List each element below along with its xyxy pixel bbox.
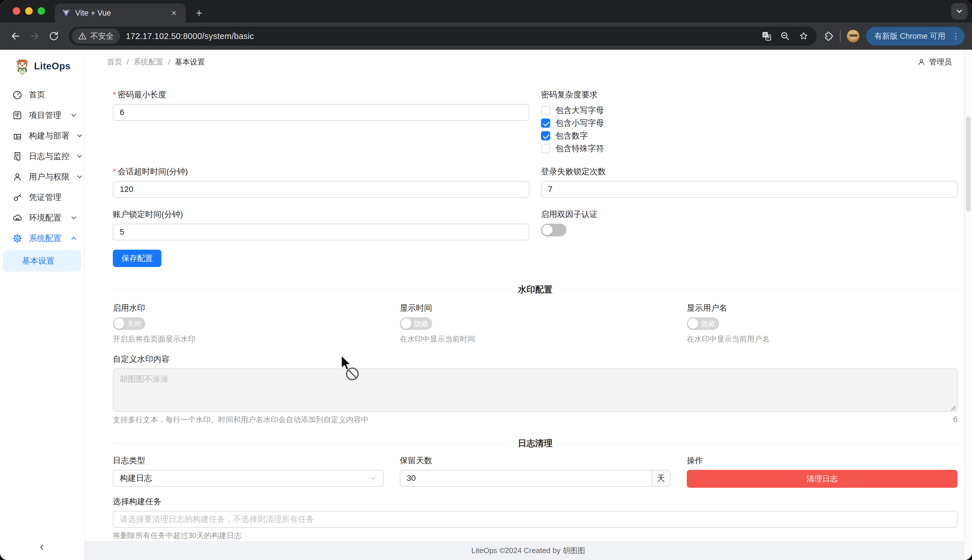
field-show-username: 显示用户名 隐藏 在水印中显示当前用户名 <box>687 303 957 344</box>
tab-close-icon[interactable] <box>169 8 179 18</box>
save-config-button[interactable]: 保存配置 <box>113 250 161 267</box>
field-two-factor: 启用双因子认证 <box>541 209 957 240</box>
window-close-button[interactable] <box>13 7 20 15</box>
section-title: 水印配置 <box>518 284 552 296</box>
sidebar-item-projects[interactable]: 项目管理 <box>0 105 84 125</box>
field-action: 操作 清理日志 <box>687 455 957 488</box>
sidebar-item-build-deploy[interactable]: 构建与部署 <box>0 125 84 146</box>
field-hint: 支持多行文本，每行一个水印。时间和用户名水印会自动添加到自定义内容中 <box>113 415 953 425</box>
zoom-icon[interactable] <box>780 31 790 41</box>
chevron-down-icon <box>76 153 83 160</box>
address-bar[interactable]: 不安全 172.17.102.50:8000/system/basic G <box>69 27 816 46</box>
field-retention-days: 保留天数 天 <box>400 455 671 488</box>
chevron-down-icon <box>70 112 77 119</box>
checkbox-option[interactable]: 包含大写字母 <box>541 104 957 117</box>
password-min-length-input[interactable] <box>113 104 529 121</box>
profile-avatar[interactable] <box>847 30 860 43</box>
vite-logo-icon <box>62 9 70 17</box>
chevron-down-icon <box>70 214 77 222</box>
menu-dots-icon[interactable] <box>950 32 961 41</box>
enable-watermark-toggle[interactable]: 关闭 <box>113 317 145 330</box>
new-tab-button[interactable] <box>193 8 205 19</box>
field-session-timeout: 会话超时时间(分钟) <box>113 167 529 198</box>
app-body: LiteOps 首页 项目管理 构建与部署 <box>0 50 972 560</box>
breadcrumb-current: 基本设置 <box>175 57 205 67</box>
breadcrumb-separator <box>168 58 170 67</box>
checkbox-option[interactable]: 包含小写字母 <box>541 117 957 130</box>
checkbox-special-chars[interactable] <box>541 144 550 153</box>
sidebar-collapse-button[interactable] <box>0 535 84 560</box>
custom-watermark-textarea[interactable] <box>113 368 957 412</box>
section-divider-log-cleanup: 日志清理 <box>113 437 957 449</box>
translate-icon[interactable]: G <box>762 31 771 41</box>
field-account-lock-time: 账户锁定时间(分钟) <box>113 209 529 240</box>
tab-search-button[interactable] <box>951 3 967 19</box>
sidebar-item-logs-monitoring[interactable]: 日志与监控 <box>0 146 84 167</box>
resize-handle-icon[interactable] <box>950 405 956 411</box>
user-icon <box>917 58 926 66</box>
field-label: 启用双因子认证 <box>541 209 957 220</box>
file-search-icon <box>12 151 23 162</box>
extensions-icon[interactable] <box>823 31 834 41</box>
breadcrumb: 首页 系统配置 基本设置 <box>107 57 917 67</box>
checkbox-uppercase[interactable] <box>541 106 550 115</box>
sidebar-item-environment[interactable]: 环境配置 <box>0 207 84 228</box>
sidebar-item-credentials[interactable]: 凭证管理 <box>0 187 84 207</box>
reload-icon <box>48 31 59 42</box>
window-minimize-button[interactable] <box>25 7 33 15</box>
show-time-toggle[interactable]: 隐藏 <box>400 317 432 330</box>
checkbox-lowercase[interactable] <box>541 118 550 128</box>
tab-title: Vite + Vue <box>75 9 164 18</box>
sidebar-subitem-basic-settings[interactable]: 基本设置 <box>3 250 81 272</box>
account-lock-time-input[interactable] <box>113 223 529 240</box>
user-menu[interactable]: 管理员 <box>917 57 952 67</box>
sidebar-item-home[interactable]: 首页 <box>0 84 84 105</box>
reload-button[interactable] <box>46 28 62 44</box>
scrollbar[interactable] <box>964 50 972 560</box>
chrome-update-button[interactable]: 有新版 Chrome 可用 <box>866 27 964 45</box>
checkbox-digits[interactable] <box>541 131 550 140</box>
browser-tab[interactable]: Vite + Vue <box>55 3 186 23</box>
page-footer: LiteOps ©2024 Created by 胡图图 <box>84 541 972 560</box>
app-logo: LiteOps <box>0 50 84 82</box>
window-maximize-button[interactable] <box>38 7 45 15</box>
show-username-toggle[interactable]: 隐藏 <box>687 317 719 330</box>
scrollbar-thumb[interactable] <box>966 116 970 212</box>
field-hint: 将删除所有任务中超过30天的构建日志 <box>113 530 957 541</box>
two-factor-toggle[interactable] <box>541 223 566 237</box>
forward-button[interactable] <box>27 28 43 44</box>
warning-icon <box>78 32 87 40</box>
security-label: 不安全 <box>90 31 114 41</box>
retention-days-input[interactable] <box>400 470 652 487</box>
field-password-complexity: 密码复杂度要求 包含大写字母 包含小写字母 包含数字 <box>541 90 957 155</box>
field-hint: 开启后将在页面显示水印 <box>113 334 383 344</box>
breadcrumb-system-config[interactable]: 系统配置 <box>133 57 164 67</box>
chevron-down-icon <box>76 173 83 181</box>
field-show-time: 显示时间 隐藏 在水印中显示当前时间 <box>400 303 671 344</box>
browser-titlebar: Vite + Vue <box>0 0 972 23</box>
session-timeout-input[interactable] <box>113 181 529 198</box>
breadcrumb-home[interactable]: 首页 <box>107 57 122 67</box>
chevron-down-icon <box>369 475 376 482</box>
project-icon <box>12 110 23 120</box>
checkbox-option[interactable]: 包含特殊字符 <box>541 142 957 155</box>
checkbox-option[interactable]: 包含数字 <box>541 130 957 142</box>
sidebar-item-users-permissions[interactable]: 用户与权限 <box>0 167 84 187</box>
bookmark-star-icon[interactable] <box>799 31 808 41</box>
section-title: 日志清理 <box>518 437 552 449</box>
sidebar-item-system-config[interactable]: 系统配置 <box>0 228 84 248</box>
field-label: 会话超时时间(分钟) <box>113 167 529 177</box>
url-text[interactable]: 172.17.102.50:8000/system/basic <box>126 32 756 41</box>
login-fail-lock-input[interactable] <box>541 181 957 198</box>
log-type-select[interactable]: 构建日志 <box>113 470 383 487</box>
back-button[interactable] <box>8 28 24 44</box>
breadcrumb-separator <box>127 58 129 67</box>
clean-logs-button[interactable]: 清理日志 <box>687 470 957 488</box>
browser-toolbar: 不安全 172.17.102.50:8000/system/basic G 有新… <box>0 23 972 50</box>
char-count: 6 <box>953 415 957 425</box>
section-divider-watermark: 水印配置 <box>113 284 957 295</box>
sidebar-menu: 首页 项目管理 构建与部署 日志与监控 <box>0 82 84 272</box>
build-task-select[interactable]: 请选择要清理日志的构建任务，不选择则清理所有任务 <box>113 511 957 528</box>
security-chip[interactable]: 不安全 <box>72 28 120 43</box>
app-logo-text: LiteOps <box>34 61 70 72</box>
